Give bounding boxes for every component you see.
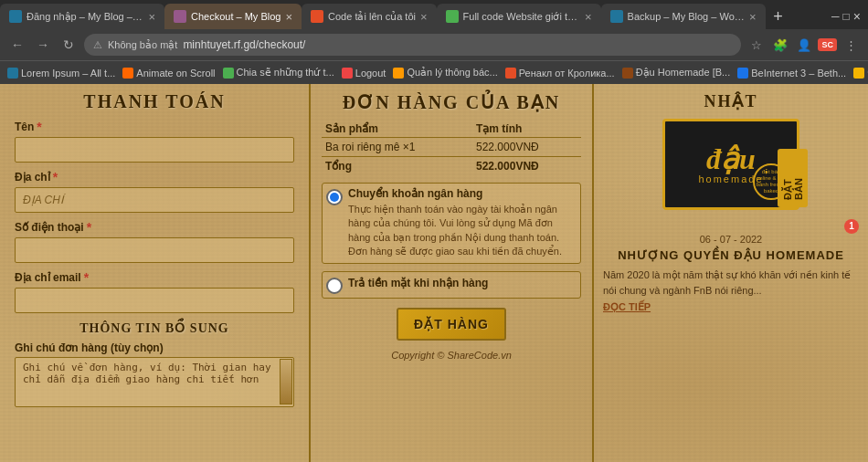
bookmark-ql[interactable]: Quản lý thông bác... <box>393 67 497 79</box>
copyright: Copyright © ShareCode.vn <box>322 350 581 361</box>
payment-bank[interactable]: Chuyển khoản ngân hàng Thực hiện thanh t… <box>322 183 581 264</box>
dat-ban-button[interactable]: ĐẶT BÀN <box>778 149 808 207</box>
diachi-required: * <box>53 170 58 184</box>
menu-btn[interactable]: ⋮ <box>841 35 861 55</box>
email-input[interactable] <box>15 288 294 313</box>
bookmark-chia-label: Chia sẽ những thứ t... <box>237 67 334 79</box>
item-1-price: 522.000VNĐ <box>472 138 581 157</box>
diachi-group: Địa chỉ * <box>15 170 294 213</box>
bookmark-giai-icon <box>853 68 864 79</box>
tab-4-label: Full code Website giới thiệu... <box>463 11 580 23</box>
bookmarks-bar: Lorem Ipsum – All t... Animate on Scroll… <box>0 60 868 84</box>
back-button[interactable]: ← <box>7 35 27 55</box>
window-minimize[interactable]: ─ <box>831 10 840 23</box>
order-item-1: Ba roi riêng mê ×1 522.000VNĐ <box>322 138 581 157</box>
bookmark-giai[interactable]: Giải Đấu <box>853 67 868 79</box>
radio-cash[interactable] <box>326 278 343 294</box>
diachi-label: Địa chỉ * <box>15 170 294 184</box>
tab-5[interactable]: Backup – My Blog – WordP... × <box>601 4 766 29</box>
profile-btn[interactable]: 👤 <box>794 35 814 55</box>
order-section: ĐƠN HÀNG CỦA BẠN Sản phẩm Tạm tính Ba ro… <box>311 84 594 462</box>
total-value: 522.000VNĐ <box>472 157 581 176</box>
tab-2-favicon <box>174 10 186 23</box>
tab-5-favicon <box>610 10 623 23</box>
sharecode-logo: SC <box>818 38 837 51</box>
tab-2-label: Checkout – My Blog <box>191 11 281 22</box>
address-bar-row: ← → ↻ ⚠ Không bảo mật minhtuyet.rf.gd/ch… <box>0 29 868 60</box>
window-close[interactable]: × <box>853 9 861 24</box>
notes-label: Ghi chú đơn hàng (tùy chọn) <box>15 341 294 354</box>
tab-3-close[interactable]: × <box>420 10 428 24</box>
bookmark-dau-icon <box>622 68 633 79</box>
tab-1-close[interactable]: × <box>148 10 155 24</box>
bookmark-rep[interactable]: Ренакл от Кролика... <box>505 68 615 79</box>
forward-button[interactable]: → <box>33 35 53 55</box>
bookmark-dau-label: Đậu Homemade [B... <box>636 67 731 79</box>
tab-3[interactable]: Code tải lên của tôi × <box>302 4 437 29</box>
url-display: minhtuyet.rf.gd/checkout/ <box>183 38 305 51</box>
textarea-scrollbar[interactable] <box>280 359 292 404</box>
browser-chrome: Đăng nhập – My Blog – Wor... × Checkout … <box>0 0 868 84</box>
post-excerpt: Năm 2020 là một năm thật sự khó khăn với… <box>603 268 859 298</box>
bookmark-chia-icon <box>223 68 234 79</box>
checkout-section: THANH TOÁN Tên * Địa chỉ * Số điện thoại… <box>0 84 311 462</box>
diachi-input[interactable] <box>15 187 294 213</box>
bookmark-rep-label: Ренакл от Кролика... <box>519 68 615 79</box>
bookmark-be-label: BeInternet 3 – Beth... <box>751 68 846 79</box>
sidebar-title: NHẬT <box>603 91 859 111</box>
tab-3-label: Code tải lên của tôi <box>328 11 416 23</box>
brand-name: đậu <box>698 144 763 173</box>
bookmark-chia[interactable]: Chia sẽ những thứ t... <box>223 67 334 79</box>
bookmark-lorem-label: Lorem Ipsum – All t... <box>21 68 115 79</box>
notification-badge: 1 <box>844 219 859 234</box>
radio-bank[interactable] <box>326 189 343 205</box>
sdt-input[interactable] <box>15 237 294 263</box>
bookmark-rep-icon <box>505 68 516 79</box>
bookmark-logout-icon <box>342 68 353 79</box>
ten-label: Tên * <box>15 120 294 134</box>
bookmark-animate[interactable]: Animate on Scroll <box>122 68 215 79</box>
bookmark-be-icon <box>737 68 748 79</box>
payment-cash[interactable]: Trả tiền mặt khi nhận hàng <box>322 271 581 299</box>
sidebar-section: NHẬT đậu homemade đặt bàn online & đặt b… <box>594 84 868 462</box>
radio-cash-inner <box>330 281 339 290</box>
tab-bar: Đăng nhập – My Blog – Wor... × Checkout … <box>0 0 868 29</box>
post-date: 06 - 07 - 2022 <box>603 234 859 245</box>
bookmark-animate-icon <box>122 68 133 79</box>
ten-group: Tên * <box>15 120 294 163</box>
sdt-group: Số điện thoại * <box>15 220 294 263</box>
tab-1-label: Đăng nhập – My Blog – Wor... <box>26 11 143 23</box>
email-required: * <box>84 270 89 285</box>
tab-1[interactable]: Đăng nhập – My Blog – Wor... × <box>0 4 164 29</box>
notes-group: Ghi chú đơn hàng (tùy chọn) Ghi chú về đ… <box>15 341 294 410</box>
new-tab-button[interactable]: + <box>766 4 791 29</box>
cash-title: Trả tiền mặt khi nhận hàng <box>348 277 488 289</box>
tab-5-close[interactable]: × <box>749 10 757 24</box>
notes-textarea[interactable]: Ghi chú về đơn hàng, ví dụ: Thời gian ha… <box>15 357 294 407</box>
window-maximize[interactable]: □ <box>843 10 850 23</box>
read-more-link[interactable]: ĐỌC TIẾP <box>603 301 859 313</box>
tab-4-close[interactable]: × <box>585 10 592 24</box>
order-title: ĐƠN HÀNG CỦA BẠN <box>322 91 581 113</box>
tab-5-label: Backup – My Blog – WordP... <box>628 11 745 22</box>
bookmark-star[interactable]: ☆ <box>746 35 767 55</box>
tab-2[interactable]: Checkout – My Blog × <box>164 4 302 29</box>
tab-4[interactable]: Full code Website giới thiệu... × <box>437 4 601 29</box>
bookmark-be[interactable]: BeInternet 3 – Beth... <box>737 68 846 79</box>
order-button[interactable]: ĐẶT HÀNG <box>397 308 506 341</box>
additional-info-title: THÔNG TIN BỔ SUNG <box>15 320 294 336</box>
extension-btn[interactable]: 🧩 <box>770 35 790 55</box>
ten-input[interactable] <box>15 137 294 163</box>
bookmark-logout[interactable]: Logout <box>342 68 386 79</box>
reload-button[interactable]: ↻ <box>58 35 79 55</box>
bookmark-lorem[interactable]: Lorem Ipsum – All t... <box>7 68 115 79</box>
bookmark-dau[interactable]: Đậu Homemade [B... <box>622 67 731 79</box>
address-box[interactable]: ⚠ Không bảo mật minhtuyet.rf.gd/checkout… <box>84 34 741 56</box>
tab-2-close[interactable]: × <box>285 10 292 24</box>
security-indicator: ⚠ <box>93 39 102 51</box>
brand-logo-box: đậu homemade đặt bàn online & đặt bánh f… <box>662 119 799 210</box>
bank-details: Chuyển khoản ngân hàng Thực hiện thanh t… <box>348 187 577 259</box>
brand-container: đậu homemade đặt bàn online & đặt bánh f… <box>603 119 859 219</box>
item-1-name: Ba roi riêng mê ×1 <box>322 138 472 157</box>
col-total: Tạm tính <box>472 121 581 138</box>
